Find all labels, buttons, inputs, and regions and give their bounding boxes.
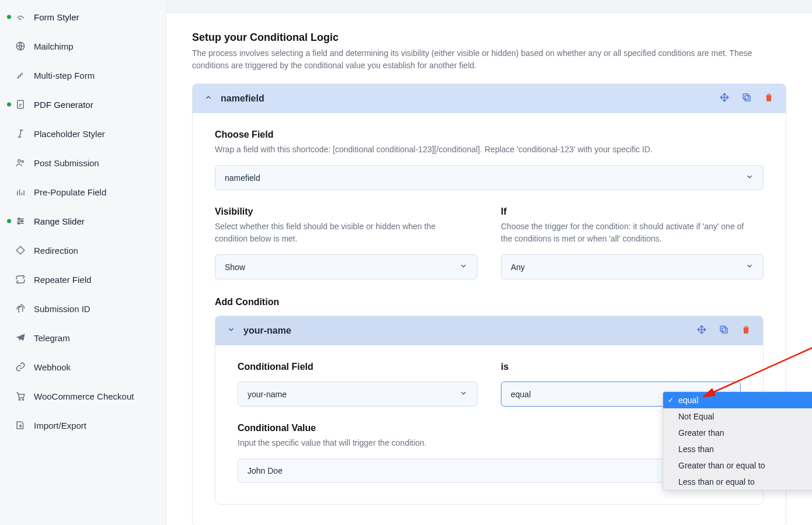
chevron-down-icon: [459, 389, 468, 399]
is-value: equal: [511, 390, 531, 399]
svg-rect-10: [743, 94, 748, 99]
globe-icon: [15, 41, 26, 51]
pdf-icon: [15, 99, 26, 110]
diamond-icon: [15, 245, 26, 256]
svg-point-5: [21, 220, 23, 222]
steps-icon: [15, 70, 26, 80]
sidebar-item-multistep[interactable]: Multi-step Form: [0, 61, 166, 90]
sidebar-item-label: PDF Generator: [34, 100, 93, 110]
svg-rect-9: [745, 96, 750, 101]
sidebar-item-prepopulate[interactable]: Pre-Populate Field: [0, 177, 166, 206]
users-icon: [15, 158, 26, 168]
sidebar-item-label: Multi-step Form: [34, 71, 95, 80]
sidebar-item-label: Repeater Field: [34, 275, 91, 285]
sidebar-item-placeholder[interactable]: Placeholder Styler: [0, 119, 166, 148]
panel-header[interactable]: namefield: [193, 84, 786, 113]
sidebar-item-mailchimp[interactable]: Mailchimp: [0, 32, 166, 61]
main-area: Setup your Conditional Logic The process…: [166, 0, 812, 525]
sidebar-item-label: Placeholder Styler: [34, 129, 105, 139]
sidebar-item-label: Submission ID: [34, 304, 90, 314]
svg-point-2: [18, 160, 21, 163]
chevron-down-icon: [745, 262, 754, 272]
sidebar-item-redirection[interactable]: Redirection: [0, 236, 166, 265]
is-option[interactable]: Greater than or equal to: [663, 457, 812, 474]
sidebar-item-label: WooCommerce Checkout: [34, 391, 134, 401]
sidebar-item-woo[interactable]: WooCommerce Checkout: [0, 382, 166, 411]
visibility-label: Visibility: [215, 206, 478, 217]
condition-title: your-name: [243, 326, 291, 336]
sliders-icon: [15, 216, 26, 226]
chevron-down-icon: [227, 326, 235, 336]
sidebar: Form Styler Mailchimp Multi-step Form PD…: [0, 0, 166, 525]
if-help: Choose the trigger for the condition: it…: [501, 220, 746, 245]
is-option[interactable]: Greater than: [663, 425, 812, 441]
svg-point-4: [18, 218, 20, 220]
if-value: Any: [511, 262, 525, 272]
brush-icon: [15, 12, 26, 22]
sidebar-item-label: Mailchimp: [34, 41, 74, 51]
sidebar-item-pdf[interactable]: PDF Generator: [0, 90, 166, 119]
svg-rect-12: [720, 326, 726, 331]
trash-icon[interactable]: [764, 92, 774, 105]
sidebar-item-label: Telegram: [34, 333, 70, 343]
sidebar-item-label: Pre-Populate Field: [34, 187, 106, 197]
is-option[interactable]: Less than: [663, 441, 812, 457]
move-icon[interactable]: [719, 92, 730, 105]
svg-rect-11: [722, 328, 727, 333]
sidebar-item-post-submission[interactable]: Post Submission: [0, 148, 166, 177]
page-description: The process involves selecting a field a…: [192, 47, 786, 72]
choose-field-label: Choose Field: [215, 130, 764, 140]
svg-point-3: [22, 160, 23, 162]
is-label: is: [501, 362, 741, 372]
conditional-field-select[interactable]: your-name: [238, 382, 478, 407]
chevron-down-icon: [459, 262, 468, 272]
is-dropdown[interactable]: equalNot EqualGreater thanLess thanGreat…: [663, 391, 812, 491]
panel-title: namefield: [221, 93, 264, 104]
sidebar-item-repeater[interactable]: Repeater Field: [0, 265, 166, 294]
is-option[interactable]: equal: [663, 392, 812, 408]
choose-field-select[interactable]: namefield: [215, 165, 764, 190]
conditional-field-label: Conditional Field: [238, 362, 478, 372]
repeat-icon: [15, 274, 26, 285]
add-condition-label: Add Condition: [215, 297, 764, 307]
sidebar-item-label: Import/Export: [34, 421, 86, 430]
trash-icon[interactable]: [741, 324, 751, 337]
sidebar-item-range-slider[interactable]: Range Slider: [0, 206, 166, 236]
copy-icon[interactable]: [741, 92, 752, 105]
top-bar: [166, 0, 812, 13]
move-icon[interactable]: [696, 324, 707, 337]
copy-icon[interactable]: [719, 324, 729, 337]
sidebar-item-label: Webhook: [34, 362, 71, 372]
if-label: If: [501, 206, 764, 217]
is-option[interactable]: Not Equal: [663, 408, 812, 425]
svg-point-8: [22, 399, 23, 400]
choose-field-value: namefield: [225, 173, 260, 183]
svg-point-7: [19, 399, 20, 400]
conditional-field-value: your-name: [248, 390, 287, 399]
sidebar-item-label: Range Slider: [34, 216, 85, 226]
cart-icon: [15, 391, 26, 401]
sidebar-item-telegram[interactable]: Telegram: [0, 323, 166, 352]
fingerprint-icon: [15, 303, 26, 314]
sidebar-item-import-export[interactable]: Import/Export: [0, 411, 166, 440]
bars-icon: [15, 187, 26, 197]
sidebar-item-webhook[interactable]: Webhook: [0, 352, 166, 382]
import-icon: [15, 420, 26, 430]
link-icon: [15, 362, 26, 372]
visibility-help: Select whether this field should be visi…: [215, 220, 460, 245]
choose-field-help: Wrap a field with this shortcode: [condi…: [215, 144, 670, 156]
italic-icon: [15, 128, 26, 139]
sidebar-item-label: Redirection: [34, 246, 78, 256]
is-option[interactable]: Less than or equal to: [663, 474, 812, 490]
sidebar-item-label: Form Styler: [34, 12, 79, 22]
visibility-select[interactable]: Show: [215, 254, 478, 279]
telegram-icon: [15, 332, 26, 343]
sidebar-item-label: Post Submission: [34, 158, 99, 168]
page-title: Setup your Conditional Logic: [192, 32, 786, 44]
sidebar-item-form-styler[interactable]: Form Styler: [0, 2, 166, 32]
condition-header[interactable]: your-name: [215, 316, 763, 345]
visibility-value: Show: [225, 262, 245, 272]
sidebar-item-submission-id[interactable]: Submission ID: [0, 294, 166, 323]
svg-point-6: [18, 222, 20, 224]
if-select[interactable]: Any: [501, 254, 764, 279]
